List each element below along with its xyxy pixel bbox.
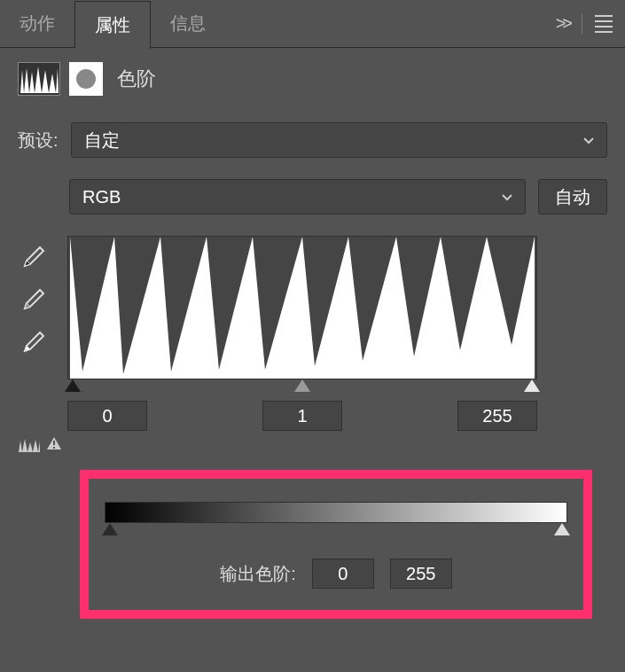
output-slider-track: [105, 523, 567, 539]
input-white-field[interactable]: 255: [457, 401, 537, 431]
divider: [582, 14, 582, 34]
preset-select[interactable]: 自定: [71, 122, 607, 158]
channel-value: RGB: [82, 187, 121, 207]
auto-button[interactable]: 自动: [538, 179, 607, 215]
tab-bar: 动作 属性 信息 >>: [0, 0, 625, 48]
output-white-slider[interactable]: [554, 523, 570, 535]
preset-label: 预设:: [18, 129, 59, 152]
output-white-field[interactable]: 255: [390, 559, 452, 589]
adjustment-title: 色阶: [117, 66, 156, 92]
svg-rect-1: [53, 447, 55, 449]
histogram[interactable]: [67, 236, 537, 379]
white-point-eyedropper-icon[interactable]: [18, 328, 48, 358]
preset-row: 预设: 自定: [18, 122, 607, 158]
output-black-field[interactable]: 0: [312, 559, 374, 589]
adjustment-header: 色阶: [18, 62, 607, 96]
input-slider-track: [67, 379, 537, 395]
histogram-area: 0 1 255: [62, 236, 607, 431]
levels-icon[interactable]: [18, 62, 60, 96]
tab-bar-controls: >>: [556, 13, 625, 34]
panel-menu-icon[interactable]: [595, 15, 613, 33]
tab-actions[interactable]: 动作: [0, 0, 74, 48]
tab-properties[interactable]: 属性: [74, 1, 151, 49]
svg-rect-0: [53, 441, 55, 445]
input-gamma-field[interactable]: 1: [262, 401, 342, 431]
warning-icon[interactable]: [46, 436, 62, 454]
levels-content: 0 1 255: [18, 236, 607, 431]
output-gradient[interactable]: [105, 502, 567, 523]
tab-info[interactable]: 信息: [151, 0, 225, 48]
channel-select[interactable]: RGB: [69, 179, 526, 215]
channel-row: RGB 自动: [69, 179, 607, 215]
output-label: 输出色阶:: [220, 562, 296, 586]
output-values-row: 输出色阶: 0 255: [105, 559, 567, 589]
properties-panel: 色阶 预设: 自定 RGB 自动: [0, 48, 625, 633]
histogram-small-icon: [18, 437, 41, 453]
gray-point-eyedropper-icon[interactable]: [18, 285, 48, 316]
input-black-slider[interactable]: [65, 379, 81, 392]
input-white-slider[interactable]: [524, 379, 540, 392]
input-gamma-slider[interactable]: [294, 379, 310, 392]
chevron-down-icon: [583, 133, 594, 147]
preset-value: 自定: [84, 129, 120, 152]
chevron-down-icon: [502, 190, 512, 204]
collapse-chevron-icon[interactable]: >>: [556, 13, 569, 34]
input-black-field[interactable]: 0: [67, 401, 147, 431]
black-point-eyedropper-icon[interactable]: [18, 243, 48, 273]
output-levels-section: 输出色阶: 0 255: [80, 470, 592, 619]
layer-mask-icon[interactable]: [69, 62, 103, 96]
histogram-warning-row: [18, 436, 607, 454]
input-values-row: 0 1 255: [67, 401, 537, 431]
eyedropper-column: [18, 236, 48, 431]
output-black-slider[interactable]: [102, 523, 118, 535]
